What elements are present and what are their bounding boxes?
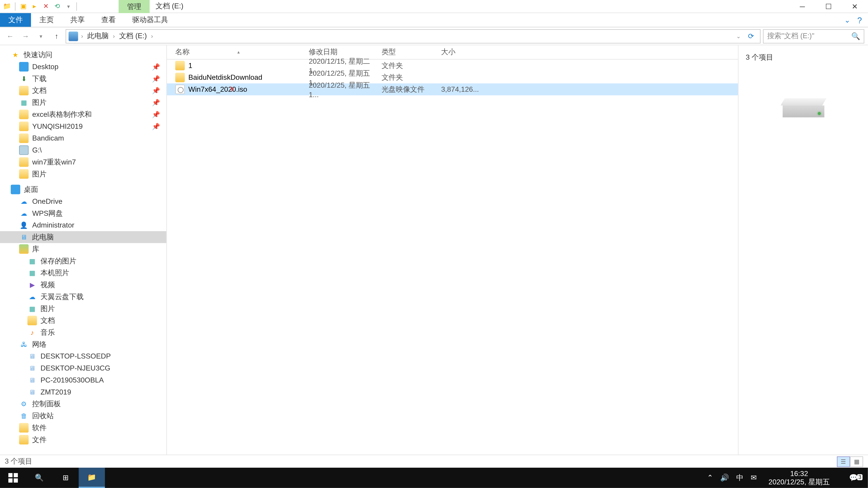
- ribbon-tab-drive-tools[interactable]: 驱动器工具: [124, 13, 176, 27]
- qat-delete-icon[interactable]: ✕: [41, 2, 51, 11]
- nav-back-button[interactable]: ←: [4, 30, 17, 43]
- mail-icon[interactable]: ✉: [751, 474, 756, 482]
- volume-icon[interactable]: 🔊: [720, 474, 729, 482]
- nav-music[interactable]: ♪音乐: [0, 326, 166, 338]
- folder-icon: [19, 423, 29, 432]
- nav-software[interactable]: 软件: [0, 422, 166, 434]
- pin-icon: 📌: [152, 98, 160, 106]
- window-title: 文档 (E:): [156, 1, 183, 11]
- qat-properties-icon[interactable]: ▣: [19, 2, 28, 11]
- nav-files[interactable]: 文件: [0, 434, 166, 446]
- nav-tianyi[interactable]: ☁天翼云盘下载: [0, 291, 166, 303]
- nav-docs-lib[interactable]: 文档: [0, 315, 166, 326]
- search-button[interactable]: 🔍: [26, 468, 53, 488]
- folder-icon: [27, 316, 37, 325]
- breadcrumb-this-pc[interactable]: 此电脑: [86, 31, 110, 41]
- nav-desktop-root[interactable]: 桌面: [0, 184, 166, 195]
- view-details-button[interactable]: ☰: [837, 456, 850, 467]
- nav-videos[interactable]: ▶视频: [0, 279, 166, 291]
- nav-network[interactable]: 🖧网络: [0, 338, 166, 350]
- nav-netpc2[interactable]: 🖥DESKTOP-NJEU3CG: [0, 362, 166, 374]
- maximize-button[interactable]: ☐: [815, 0, 842, 13]
- column-header-name[interactable]: 名称: [175, 47, 309, 57]
- nav-downloads[interactable]: ⬇下载📌: [0, 73, 166, 85]
- start-button[interactable]: [0, 468, 26, 488]
- qat-dropdown-icon[interactable]: ▾: [64, 2, 73, 11]
- ribbon-tab-view[interactable]: 查看: [93, 13, 124, 27]
- nav-quick-access[interactable]: ★快速访问: [0, 49, 166, 61]
- minimize-button[interactable]: ─: [789, 0, 815, 13]
- view-thumbnails-button[interactable]: ▦: [850, 456, 863, 467]
- nav-up-button[interactable]: ↑: [50, 30, 63, 43]
- nav-pictures[interactable]: ▦图片📌: [0, 96, 166, 108]
- nav-recycle[interactable]: 🗑回收站: [0, 410, 166, 422]
- ime-icon[interactable]: 中: [736, 473, 743, 483]
- refresh-icon[interactable]: ⟳: [745, 32, 758, 40]
- nav-pictures2[interactable]: 图片: [0, 168, 166, 180]
- chevron-right-icon[interactable]: ›: [111, 33, 117, 39]
- ribbon-tab-share[interactable]: 共享: [62, 13, 93, 27]
- nav-pics-lib[interactable]: ▦图片: [0, 303, 166, 315]
- nav-netpc3[interactable]: 🖥PC-20190530OBLA: [0, 374, 166, 386]
- ribbon-tabs: 文件 主页 共享 查看 驱动器工具 ⌄ ?: [0, 13, 868, 27]
- nav-excel[interactable]: excel表格制作求和📌: [0, 108, 166, 121]
- nav-bandicam[interactable]: Bandicam: [0, 132, 166, 144]
- ribbon-tab-home[interactable]: 主页: [31, 13, 62, 27]
- chevron-right-icon[interactable]: ›: [79, 33, 85, 39]
- file-row[interactable]: 12020/12/15, 星期二 1...文件夹: [167, 60, 738, 72]
- nav-yunqishi[interactable]: YUNQISHI2019📌: [0, 121, 166, 132]
- pictures-icon: ▦: [27, 304, 37, 313]
- nav-documents[interactable]: 文档📌: [0, 85, 166, 96]
- column-header-date[interactable]: 修改日期: [309, 47, 381, 57]
- address-breadcrumbs[interactable]: › 此电脑 › 文档 (E:) › ⌄ ⟳: [66, 29, 761, 43]
- nav-control-panel[interactable]: ⚙控制面板: [0, 398, 166, 410]
- column-header-size[interactable]: 大小: [441, 47, 477, 57]
- chevron-right-icon[interactable]: ›: [149, 33, 155, 39]
- close-button[interactable]: ✕: [842, 0, 868, 13]
- taskbar-explorer[interactable]: 📁: [79, 468, 105, 488]
- file-date: 2020/12/25, 星期五 1...: [309, 80, 381, 99]
- notification-button[interactable]: 💬 3: [842, 474, 865, 482]
- nav-forward-button[interactable]: →: [19, 30, 32, 43]
- nav-wps[interactable]: ☁WPS网盘: [0, 207, 166, 219]
- file-row[interactable]: Win7x64_2020.iso2020/12/25, 星期五 1...光盘映像…: [167, 84, 738, 95]
- file-row[interactable]: BaiduNetdiskDownload2020/12/25, 星期五 1...…: [167, 71, 738, 84]
- folder-icon: [19, 122, 29, 131]
- preview-pane: 3 个项目: [738, 45, 868, 455]
- nav-gdrive[interactable]: G:\: [0, 144, 166, 156]
- help-icon[interactable]: ?: [857, 15, 862, 25]
- nav-desktop[interactable]: Desktop📌: [0, 61, 166, 73]
- nav-netpc1[interactable]: 🖥DESKTOP-LSSOEDP: [0, 350, 166, 362]
- address-dropdown-icon[interactable]: ⌄: [736, 33, 741, 39]
- search-input[interactable]: 搜索"文档 (E:)" 🔍: [763, 29, 864, 43]
- nav-saved-pics[interactable]: ▦保存的图片: [0, 255, 166, 267]
- qat-new-folder-icon[interactable]: ▸: [30, 2, 39, 11]
- library-icon: [19, 244, 29, 254]
- qat-undo-icon[interactable]: ⟲: [53, 2, 62, 11]
- pictures-icon: ▦: [27, 256, 37, 266]
- taskbar-clock[interactable]: 16:32 2020/12/25, 星期五: [764, 469, 835, 486]
- column-header-type[interactable]: 类型: [381, 47, 441, 57]
- tray-overflow-icon[interactable]: ⌃: [707, 474, 713, 482]
- notification-badge: 3: [857, 474, 863, 480]
- nav-camera-roll[interactable]: ▦本机照片: [0, 267, 166, 279]
- breadcrumb-drive[interactable]: 文档 (E:): [118, 31, 148, 41]
- search-icon: 🔍: [851, 32, 860, 40]
- ribbon-expand-icon[interactable]: ⌄: [844, 16, 850, 24]
- drive-icon: [19, 145, 29, 155]
- nav-onedrive[interactable]: ☁OneDrive: [0, 195, 166, 207]
- downloads-icon: ⬇: [19, 74, 29, 84]
- nav-win7[interactable]: win7重装win7: [0, 156, 166, 168]
- music-icon: ♪: [27, 328, 37, 337]
- nav-library[interactable]: 库: [0, 243, 166, 255]
- nav-recent-dropdown[interactable]: ▾: [35, 30, 48, 43]
- task-view-button[interactable]: ⊞: [53, 468, 79, 488]
- context-tab-manage[interactable]: 管理: [119, 0, 150, 13]
- nav-this-pc[interactable]: 🖥此电脑: [0, 231, 166, 243]
- ribbon-tab-file[interactable]: 文件: [0, 13, 31, 27]
- nav-netpc4[interactable]: 🖥ZMT2019: [0, 386, 166, 398]
- column-headers: 名称 修改日期 类型 大小: [167, 45, 738, 59]
- nav-admin[interactable]: 👤Administrator: [0, 219, 166, 231]
- status-bar: 3 个项目 ☰ ▦: [0, 455, 868, 468]
- network-pc-icon: 🖥: [27, 387, 37, 397]
